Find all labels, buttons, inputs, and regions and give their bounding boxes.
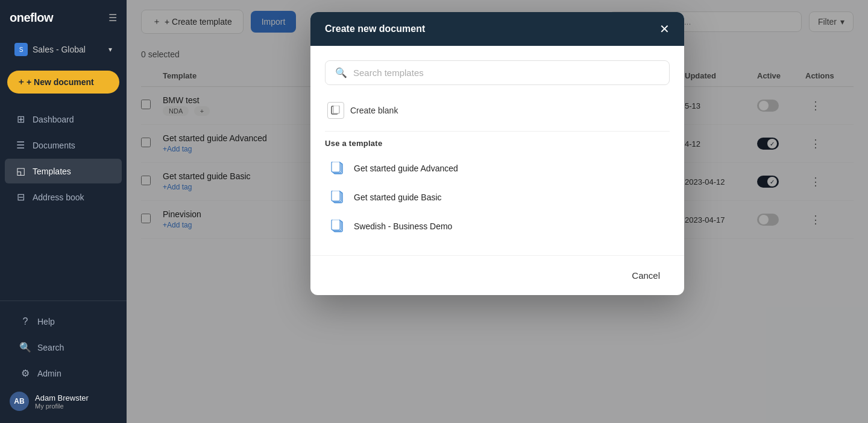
user-profile-row[interactable]: AB Adam Brewster My profile: [5, 387, 122, 416]
modal-overlay[interactable]: Create new document ✕ 🔍 Create blank: [127, 0, 868, 423]
templates-icon: ◱: [14, 165, 27, 177]
svg-rect-1: [333, 106, 339, 113]
modal-title: Create new document: [325, 24, 425, 34]
create-blank-option[interactable]: Create blank: [325, 97, 670, 124]
sidebar-item-label: Templates: [33, 167, 71, 176]
sidebar-item-label: Admin: [37, 369, 61, 378]
dashboard-icon: ⊞: [14, 113, 27, 125]
sidebar-item-help[interactable]: ? Help: [10, 310, 117, 334]
sidebar-item-address-book[interactable]: ⊟ Address book: [5, 185, 122, 209]
template-search-input[interactable]: [353, 68, 659, 78]
template-option-label: Get started guide Basic: [354, 192, 442, 202]
sidebar: oneflow ☰ S Sales - Global ▾ ＋ + New doc…: [0, 0, 127, 423]
logo-text: oneflow: [10, 11, 53, 25]
help-icon: ?: [19, 316, 31, 327]
sidebar-item-documents[interactable]: ☰ Documents: [5, 133, 122, 157]
template-search-wrap[interactable]: 🔍: [325, 60, 670, 85]
search-icon: 🔍: [19, 342, 31, 353]
sidebar-item-label: Documents: [33, 141, 75, 150]
sidebar-bottom: ? Help 🔍 Search ⚙ Admin AB Adam Brewster…: [0, 301, 127, 423]
sidebar-item-label: Dashboard: [33, 115, 74, 124]
template-option-label: Swedish - Business Demo: [354, 221, 452, 231]
avatar: AB: [10, 392, 29, 411]
template-option-basic[interactable]: Get started guide Basic: [325, 183, 670, 212]
new-document-button[interactable]: ＋ + New document: [7, 71, 119, 94]
workspace-name: Sales - Global: [33, 45, 86, 54]
sidebar-item-search[interactable]: 🔍 Search: [10, 335, 117, 360]
create-blank-icon: [327, 102, 344, 119]
modal-header: Create new document ✕: [310, 12, 684, 46]
search-icon: 🔍: [335, 67, 347, 78]
workspace-icon: S: [14, 43, 28, 56]
main-content: ＋ + Create template Import 🔍 Find templa…: [127, 0, 868, 423]
workspace-selector[interactable]: S Sales - Global ▾: [5, 38, 122, 61]
sidebar-item-templates[interactable]: ◱ Templates: [5, 159, 122, 183]
modal-close-button[interactable]: ✕: [659, 23, 670, 35]
modal-body: 🔍 Create blank Use a template: [310, 46, 684, 255]
sidebar-item-label: Address book: [33, 192, 84, 202]
user-profile-label: My profile: [35, 402, 117, 410]
documents-icon: ☰: [14, 139, 27, 151]
template-icon: [330, 189, 347, 206]
modal-footer: Cancel: [310, 255, 684, 295]
svg-rect-10: [332, 220, 340, 230]
svg-rect-7: [332, 191, 340, 201]
address-book-icon: ⊟: [14, 191, 27, 203]
template-option-advanced[interactable]: Get started guide Advanced: [325, 154, 670, 183]
chevron-down-icon: ▾: [108, 45, 112, 54]
template-icon: [330, 160, 347, 177]
menu-toggle-icon[interactable]: ☰: [108, 12, 117, 24]
template-option-swedish[interactable]: Swedish - Business Demo: [325, 212, 670, 241]
avatar-info: Adam Brewster My profile: [35, 393, 117, 410]
cancel-button[interactable]: Cancel: [622, 266, 670, 285]
sidebar-item-label: Search: [37, 343, 64, 352]
main-nav: ⊞ Dashboard ☰ Documents ◱ Templates ⊟ Ad…: [0, 101, 127, 301]
create-blank-label: Create blank: [350, 106, 398, 115]
logo-area: oneflow ☰: [0, 0, 127, 36]
section-divider: [325, 131, 670, 132]
template-icon: [330, 218, 347, 235]
admin-icon: ⚙: [19, 367, 31, 379]
sidebar-item-dashboard[interactable]: ⊞ Dashboard: [5, 107, 122, 132]
template-option-label: Get started guide Advanced: [354, 164, 458, 173]
plus-icon: ＋: [17, 77, 25, 87]
sidebar-item-label: Help: [37, 317, 55, 326]
new-document-label: + New document: [27, 77, 94, 87]
sidebar-item-admin[interactable]: ⚙ Admin: [10, 361, 117, 386]
use-template-heading: Use a template: [325, 139, 670, 148]
svg-rect-4: [332, 162, 340, 172]
create-document-modal: Create new document ✕ 🔍 Create blank: [310, 12, 684, 295]
user-name: Adam Brewster: [35, 393, 117, 402]
